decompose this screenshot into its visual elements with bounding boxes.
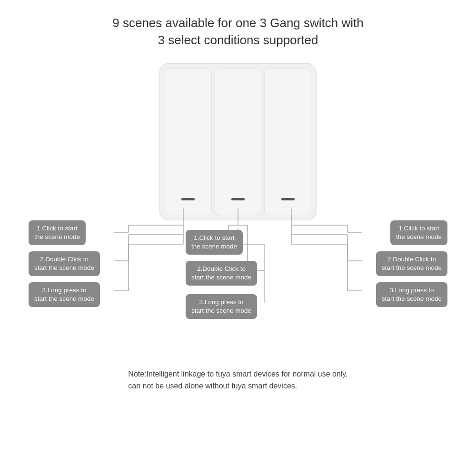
title-line1: 9 scenes available for one 3 Gang switch… (112, 16, 364, 30)
note-text: Note:Intelligent linkage to tuya smart d… (123, 368, 352, 392)
label-center-2: 2.Double Click to start the scene mode (186, 261, 257, 286)
label-right-1: 1.Click to start the scene mode (390, 220, 447, 245)
label-right-3: 3.Long press to start the scene mode (376, 282, 447, 307)
gang-left (165, 69, 212, 215)
title-line2: 3 select conditions supported (158, 33, 318, 47)
switch-device (159, 63, 317, 220)
label-left-1: 1.Click to start the scene mode (29, 220, 86, 245)
main-container: 9 scenes available for one 3 Gang switch… (0, 0, 476, 476)
page-title: 9 scenes available for one 3 Gang switch… (112, 14, 364, 49)
gang-center (215, 69, 262, 215)
label-center-1: 1.Click to start the scene mode (186, 230, 243, 255)
label-left-2: 2.Double Click to start the scene mode (29, 251, 100, 276)
label-left-3: 3.Long press to start the scene mode (29, 282, 100, 307)
indicator-center (231, 198, 245, 200)
label-right-2: 2.Double Click to start the scene mode (376, 251, 447, 276)
diagram-area: 1.Click to start the scene mode 2.Double… (24, 63, 452, 358)
gang-right (264, 69, 311, 215)
indicator-left (181, 198, 195, 200)
indicator-right (281, 198, 295, 200)
label-center-3: 3.Long press to start the scene mode (186, 294, 257, 319)
